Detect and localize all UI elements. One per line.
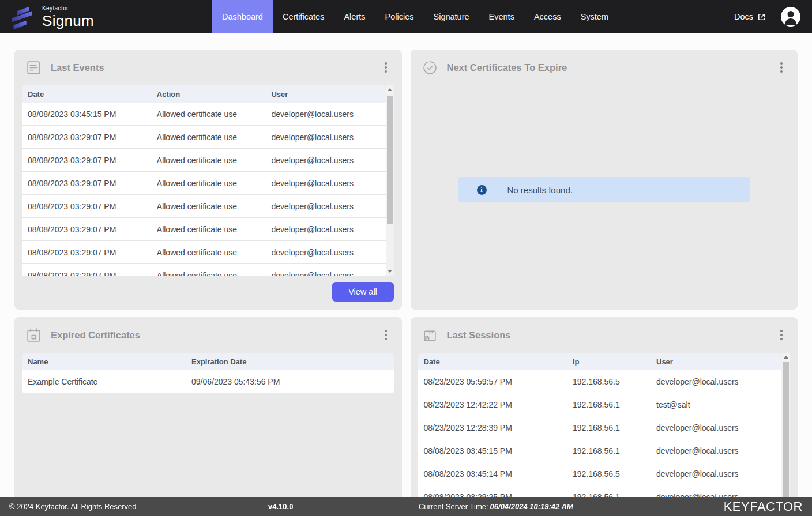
table-cell: 192.168.56.1: [567, 446, 651, 455]
brand-product: Signum: [42, 13, 94, 28]
table-row: 08/08/2023 03:45:14 PM192.168.56.5develo…: [418, 462, 782, 485]
table-header-row: DateActionUser: [22, 85, 386, 103]
nav-tab-policies[interactable]: Policies: [375, 0, 424, 33]
table-cell: 08/08/2023 03:45:15 PM: [418, 446, 567, 455]
table-cell: Allowed certificate use: [151, 271, 266, 276]
nav-tab-alerts[interactable]: Alerts: [334, 0, 375, 33]
keyfactor-wordmark: KEYFACTOR ˇ: [724, 499, 803, 514]
last-sessions-header: Last Sessions: [418, 317, 791, 353]
scrollbar-thumb[interactable]: [387, 96, 393, 224]
nav-tab-dashboard[interactable]: Dashboard: [212, 0, 273, 33]
docs-label: Docs: [734, 12, 753, 21]
user-avatar[interactable]: [781, 7, 800, 27]
table-cell: 08/08/2023 03:29:07 PM: [22, 179, 151, 188]
scroll-up-icon[interactable]: [784, 356, 788, 359]
expired-certificates-card: Expired Certificates NameExpiration Date…: [14, 317, 402, 497]
last-sessions-table[interactable]: DateIpUser08/23/2023 05:59:57 PM192.168.…: [418, 353, 791, 497]
table-header-row: NameExpiration Date: [22, 353, 394, 370]
table-row: 08/23/2023 05:59:57 PM192.168.56.5develo…: [418, 370, 782, 393]
docs-link[interactable]: Docs: [734, 12, 766, 21]
scrollbar[interactable]: [781, 353, 790, 497]
column-header: Ip: [567, 357, 651, 366]
table-cell: developer@local.users: [651, 423, 781, 432]
table-cell: 08/08/2023 03:29:25 PM: [418, 492, 567, 498]
server-time: Current Server Time:06/04/2024 10:19:42 …: [419, 502, 573, 511]
table-cell: 192.168.56.1: [567, 492, 651, 498]
table-cell: 08/23/2023 05:59:57 PM: [418, 377, 567, 386]
table-cell: 08/08/2023 03:29:07 PM: [22, 156, 151, 165]
table-cell: 192.168.56.5: [567, 469, 651, 479]
card-menu-kebab-icon[interactable]: [381, 59, 390, 76]
table-row: 08/08/2023 03:45:15 PMAllowed certificat…: [22, 103, 386, 126]
table-cell: 08/08/2023 03:29:07 PM: [22, 225, 151, 234]
brand-company: Keyfactor: [42, 6, 94, 12]
external-link-icon: [757, 13, 766, 21]
table-row: 08/23/2023 12:42:22 PM192.168.56.1test@s…: [418, 393, 782, 416]
table-cell: developer@local.users: [265, 271, 385, 276]
signum-logo-icon: [9, 3, 35, 31]
table-row: 08/08/2023 03:29:07 PMAllowed certificat…: [22, 149, 386, 172]
nav-tab-certificates[interactable]: Certificates: [273, 0, 334, 33]
table-cell: 08/08/2023 03:45:15 PM: [22, 110, 151, 119]
scroll-up-icon[interactable]: [388, 88, 392, 91]
calendar-icon: [26, 327, 42, 343]
table-row: 08/08/2023 03:29:07 PMAllowed certificat…: [22, 241, 386, 264]
table-cell: Allowed certificate use: [151, 133, 266, 142]
expired-certificates-header: Expired Certificates: [22, 317, 394, 353]
table-cell: test@salt: [651, 400, 781, 409]
table-cell: developer@local.users: [265, 202, 385, 211]
card-title: Last Sessions: [447, 330, 511, 341]
table-row: 08/08/2023 03:29:07 PMAllowed certificat…: [22, 264, 386, 276]
nav-right: Docs: [734, 7, 800, 27]
nav-tab-events[interactable]: Events: [479, 0, 524, 33]
table-cell: developer@local.users: [265, 248, 385, 257]
table-cell: developer@local.users: [265, 225, 385, 234]
info-icon: i: [477, 185, 487, 195]
next-certificates-header: Next Certificates To Expire: [418, 50, 791, 85]
view-all-button[interactable]: View all: [332, 282, 394, 302]
table-cell: 08/08/2023 03:29:07 PM: [22, 133, 151, 142]
column-header: Expiration Date: [186, 357, 394, 366]
table-cell: developer@local.users: [651, 469, 781, 479]
table-cell: Allowed certificate use: [151, 202, 266, 211]
session-box-icon: [422, 327, 438, 343]
version-label: v4.10.0: [268, 502, 293, 511]
card-title: Last Events: [51, 62, 104, 73]
column-header: Action: [151, 90, 266, 99]
table-cell: developer@local.users: [651, 377, 781, 386]
column-header: User: [265, 90, 385, 99]
card-menu-kebab-icon[interactable]: [777, 59, 786, 76]
table-cell: 08/08/2023 03:29:07 PM: [22, 271, 151, 276]
table-cell: 08/23/2023 12:28:39 PM: [418, 423, 567, 432]
column-header: User: [651, 357, 781, 366]
table-cell: 08/08/2023 03:45:14 PM: [418, 469, 567, 479]
brand-text: Keyfactor Signum: [42, 6, 94, 28]
last-events-table[interactable]: DateActionUser08/08/2023 03:45:15 PMAllo…: [22, 85, 394, 276]
table-row: 08/08/2023 03:29:07 PMAllowed certificat…: [22, 172, 386, 195]
table-cell: developer@local.users: [651, 492, 781, 498]
brand[interactable]: Keyfactor Signum: [9, 3, 94, 31]
copyright-text: © 2024 Keyfactor. All Rights Reserved: [9, 502, 137, 511]
column-header: Name: [22, 357, 186, 366]
nav-tab-signature[interactable]: Signature: [423, 0, 479, 33]
no-results-text: No results found.: [507, 185, 573, 195]
table-cell: 192.168.56.5: [567, 377, 651, 386]
scrollbar[interactable]: [386, 85, 394, 276]
table-cell: 192.168.56.1: [567, 400, 651, 409]
card-menu-kebab-icon[interactable]: [381, 326, 390, 344]
table-cell: developer@local.users: [265, 156, 385, 165]
table-cell: Allowed certificate use: [151, 110, 266, 119]
scroll-down-icon[interactable]: [388, 270, 392, 273]
table-row: Example Certificate09/06/2023 05:43:56 P…: [22, 370, 394, 393]
nav-tab-access[interactable]: Access: [524, 0, 571, 33]
table-cell: Example Certificate: [22, 377, 186, 386]
no-results-alert: i No results found.: [458, 177, 750, 202]
table-row: 08/23/2023 12:28:39 PM192.168.56.1develo…: [418, 416, 782, 439]
nav-tab-system[interactable]: System: [571, 0, 618, 33]
table-cell: 08/08/2023 03:29:07 PM: [22, 248, 151, 257]
scrollbar-thumb[interactable]: [783, 362, 789, 497]
card-menu-kebab-icon[interactable]: [777, 326, 786, 344]
expired-certificates-table[interactable]: NameExpiration DateExample Certificate09…: [22, 353, 394, 393]
table-cell: Allowed certificate use: [151, 156, 266, 165]
avatar-person-icon: [788, 11, 794, 17]
